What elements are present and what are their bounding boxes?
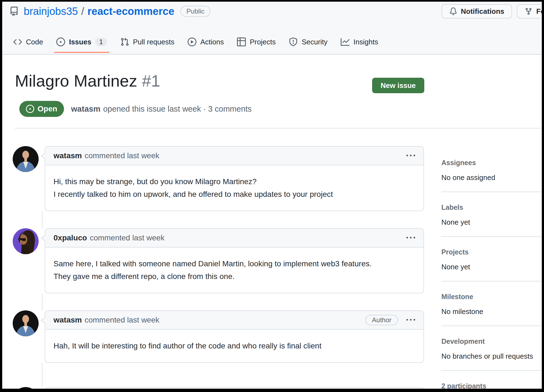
author-badge: Author bbox=[365, 315, 398, 325]
comment-watasm-2: watasm commented last week Author Hah, I… bbox=[13, 310, 424, 363]
issue-number: #1 bbox=[142, 72, 160, 90]
comment-author-link[interactable]: watasm bbox=[54, 151, 82, 160]
fork-label: Fo bbox=[536, 7, 542, 16]
comment-author-link[interactable]: 0xpaluco bbox=[54, 233, 87, 242]
comment-bubble: watasm commented last week Hi, this may … bbox=[45, 146, 424, 211]
sidebar-value: None yet bbox=[441, 263, 542, 271]
comment-timestamp: commented last week bbox=[85, 316, 159, 324]
bell-icon bbox=[449, 7, 457, 15]
tab-label: Pull requests bbox=[133, 38, 174, 46]
comment-timestamp: commented last week bbox=[85, 151, 159, 160]
git-pull-request-icon bbox=[120, 37, 129, 46]
sidebar-value: No milestone bbox=[441, 307, 542, 316]
repo-header: brainjobs35 / react-ecommerce Public Not… bbox=[2, 2, 542, 21]
sidebar-heading: Milestone bbox=[441, 292, 542, 301]
comment-bubble: watasm commented last week Author Hah, I… bbox=[45, 310, 424, 363]
sidebar-value: No branches or pull requests bbox=[441, 352, 542, 360]
comment-header: watasm commented last week Author bbox=[45, 311, 423, 330]
comment-bubble: 0xpaluco commented last week Same here, … bbox=[45, 228, 424, 293]
new-issue-button[interactable]: New issue bbox=[372, 78, 424, 93]
comment-line: Same here, I talked with someone named D… bbox=[54, 257, 415, 270]
sidebar-heading: Projects bbox=[441, 248, 542, 256]
comment-line: They gave me a different repo, a clone f… bbox=[54, 270, 415, 283]
tab-code[interactable]: Code bbox=[8, 30, 48, 54]
repo-tab-nav: Code Issues 1 Pull requests Actions Pr bbox=[2, 21, 542, 55]
tab-label: Actions bbox=[200, 38, 224, 46]
issue-state-badge: Open bbox=[19, 101, 64, 117]
tab-security[interactable]: Security bbox=[284, 30, 332, 54]
issue-sidebar: Assignees No one assigned Labels None ye… bbox=[441, 128, 542, 389]
comment-partial bbox=[13, 387, 424, 389]
comment-line: Hi, this may be strange, but do you know… bbox=[54, 175, 415, 188]
kebab-menu-icon[interactable] bbox=[406, 233, 415, 242]
tab-insights[interactable]: Insights bbox=[336, 30, 383, 54]
issues-count-badge: 1 bbox=[95, 38, 107, 46]
tab-label: Projects bbox=[250, 38, 276, 46]
sidebar-section-participants: 2 participants bbox=[441, 371, 542, 389]
sidebar-section-milestone: Milestone No milestone bbox=[441, 281, 542, 326]
fork-button[interactable]: Fo bbox=[517, 4, 542, 18]
comment-author-link[interactable]: watasm bbox=[54, 316, 82, 324]
fork-icon bbox=[525, 7, 532, 15]
sidebar-value: None yet bbox=[441, 218, 542, 226]
issue-meta-description: opened this issue last week · 3 comments bbox=[103, 104, 252, 113]
comment-0xpaluco: 0xpaluco commented last week Same here, … bbox=[13, 228, 424, 293]
issue-meta-text: watasmopened this issue last week · 3 co… bbox=[71, 104, 252, 114]
tab-label: Issues bbox=[69, 38, 91, 46]
shield-icon bbox=[289, 37, 298, 46]
issue-opened-icon bbox=[26, 105, 34, 113]
visibility-badge: Public bbox=[180, 6, 210, 17]
tab-projects[interactable]: Projects bbox=[232, 30, 281, 54]
comment-header: 0xpaluco commented last week bbox=[45, 229, 423, 248]
code-icon bbox=[13, 37, 22, 46]
play-icon bbox=[188, 37, 196, 46]
repo-path-separator: / bbox=[81, 6, 84, 17]
sidebar-section-projects: Projects None yet bbox=[441, 237, 542, 281]
sidebar-heading: Assignees bbox=[441, 159, 542, 167]
issue-title-row: Milagro Martinez #1 New issue bbox=[15, 72, 424, 93]
tab-actions[interactable]: Actions bbox=[183, 30, 229, 54]
issue-meta-row: Open watasmopened this issue last week ·… bbox=[15, 101, 542, 117]
comment-header bbox=[45, 388, 423, 389]
issue-header: Milagro Martinez #1 New issue Open watas… bbox=[2, 55, 542, 117]
notifications-button[interactable]: Notifications bbox=[442, 4, 512, 18]
tab-pull-requests[interactable]: Pull requests bbox=[115, 30, 179, 54]
sidebar-section-labels: Labels None yet bbox=[441, 192, 542, 237]
comment-body: Hi, this may be strange, but do you know… bbox=[45, 165, 423, 211]
kebab-menu-icon[interactable] bbox=[406, 151, 415, 160]
comment-bubble bbox=[45, 387, 424, 389]
repo-owner-link[interactable]: brainjobs35 bbox=[24, 6, 78, 17]
repo-name-link[interactable]: react-ecommerce bbox=[87, 6, 174, 17]
avatar-watasm[interactable] bbox=[13, 146, 39, 172]
sidebar-heading: Development bbox=[441, 337, 542, 345]
issue-title: Milagro Martinez #1 bbox=[15, 72, 160, 90]
tab-issues[interactable]: Issues 1 bbox=[51, 30, 112, 54]
repo-icon bbox=[9, 7, 19, 16]
comment-header: watasm commented last week bbox=[45, 147, 423, 165]
comment-body: Hah, It will be interesting to find auth… bbox=[45, 330, 423, 362]
sidebar-heading: 2 participants bbox=[441, 382, 542, 389]
graph-icon bbox=[341, 37, 350, 46]
issue-author-link[interactable]: watasm bbox=[71, 104, 100, 113]
avatar-0xpaluco[interactable] bbox=[13, 228, 39, 254]
avatar-partial[interactable] bbox=[13, 387, 39, 389]
sidebar-section-assignees: Assignees No one assigned bbox=[441, 159, 542, 192]
sidebar-value: No one assigned bbox=[441, 173, 542, 182]
issue-title-text: Milagro Martinez bbox=[15, 72, 137, 90]
tab-label: Insights bbox=[353, 38, 378, 46]
comment-timeline: watasm commented last week Hi, this may … bbox=[13, 128, 424, 389]
tab-label: Code bbox=[26, 38, 43, 46]
sidebar-section-development: Development No branches or pull requests bbox=[441, 326, 542, 371]
notifications-label: Notifications bbox=[461, 7, 504, 16]
kebab-menu-icon[interactable] bbox=[406, 316, 415, 324]
comment-watasm-1: watasm commented last week Hi, this may … bbox=[13, 146, 424, 211]
comment-line: Hah, It will be interesting to find auth… bbox=[54, 340, 415, 352]
comment-line: I recently talked to him on upwork, and … bbox=[54, 188, 415, 201]
tab-label: Security bbox=[302, 38, 327, 46]
table-icon bbox=[237, 37, 246, 46]
issue-body-row: watasm commented last week Hi, this may … bbox=[2, 128, 542, 389]
issue-opened-icon bbox=[56, 37, 65, 46]
sidebar-heading: Labels bbox=[441, 203, 542, 211]
github-issue-page: brainjobs35 / react-ecommerce Public Not… bbox=[2, 2, 542, 389]
avatar-watasm[interactable] bbox=[13, 310, 39, 336]
